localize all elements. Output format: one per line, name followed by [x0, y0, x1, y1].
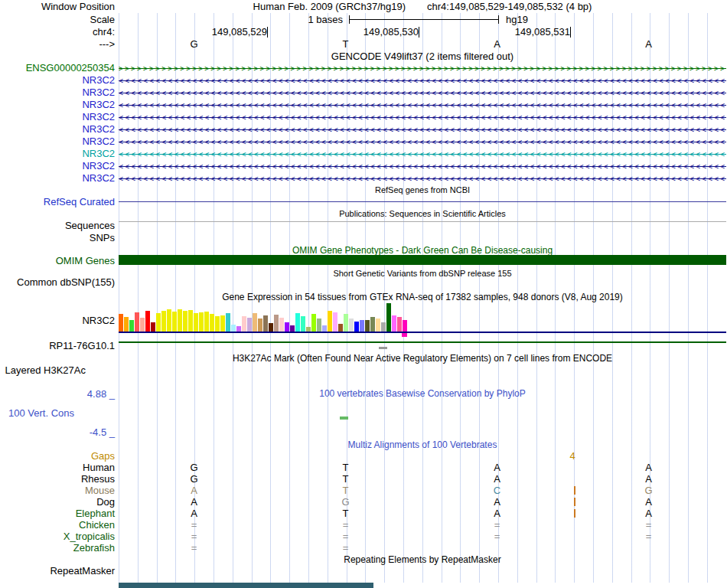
snps-label[interactable]: SNPs: [0, 232, 115, 243]
gtex-bar[interactable]: [135, 312, 139, 332]
transcript-label[interactable]: NR3C2: [0, 111, 115, 122]
gtex-bar[interactable]: [242, 316, 246, 332]
gene-label-ensg[interactable]: ENSG00000250354: [0, 62, 115, 74]
gtex-bar[interactable]: [215, 316, 220, 332]
gtex-bar[interactable]: [317, 318, 321, 332]
alignment-row-zebrafish[interactable]: ==: [119, 542, 726, 554]
gtex-bar[interactable]: [188, 310, 193, 332]
alignment-row-chicken[interactable]: ====: [119, 519, 726, 531]
gene-row-ensg[interactable]: >>>>>>>>>>>>>>>>>>>>>>>>>>>>>>>>>>>>>>>>…: [119, 62, 726, 74]
gtex-bar[interactable]: [140, 318, 145, 332]
gtex-bar[interactable]: [354, 322, 359, 332]
species-label-dog[interactable]: Dog: [0, 496, 115, 508]
gtex-bar[interactable]: [274, 315, 279, 332]
gtex-bar[interactable]: [397, 317, 402, 332]
gtex-bar[interactable]: [301, 316, 305, 332]
gtex-bar[interactable]: [311, 314, 316, 332]
repeat-element-bar[interactable]: [119, 583, 373, 588]
gtex-bar[interactable]: [178, 309, 182, 332]
transcript-label[interactable]: NR3C2: [0, 87, 115, 98]
transcript-row[interactable]: <<<<<<<<<<<<<<<<<<<<<<<<<<<<<<<<<<<<<<<<…: [119, 74, 726, 87]
gtex-bar[interactable]: [386, 303, 391, 332]
gtex-bar[interactable]: [269, 323, 273, 332]
species-label-elephant[interactable]: Elephant: [0, 508, 115, 519]
transcript-row[interactable]: <<<<<<<<<<<<<<<<<<<<<<<<<<<<<<<<<<<<<<<<…: [119, 172, 726, 185]
gtex-bar[interactable]: [151, 322, 155, 332]
transcript-label[interactable]: NR3C2: [0, 99, 115, 110]
transcript-row[interactable]: <<<<<<<<<<<<<<<<<<<<<<<<<<<<<<<<<<<<<<<<…: [119, 136, 726, 148]
sequences-label[interactable]: Sequences: [0, 220, 115, 231]
omim-gene-bar[interactable]: [119, 255, 726, 265]
gtex-bar[interactable]: [338, 324, 343, 332]
transcript-label[interactable]: NR3C2: [0, 123, 115, 135]
alignment-row-x_tropicalis[interactable]: ====: [119, 531, 726, 542]
transcript-row[interactable]: <<<<<<<<<<<<<<<<<<<<<<<<<<<<<<<<<<<<<<<<…: [119, 99, 726, 111]
refseq-curated-label[interactable]: RefSeq Curated: [0, 196, 115, 207]
alignment-row-dog[interactable]: AGAA: [119, 496, 726, 508]
gtex-bar[interactable]: [258, 318, 262, 332]
gtex-bar[interactable]: [370, 317, 375, 332]
gtex-bar[interactable]: [172, 312, 177, 332]
gtex-expression-bars[interactable]: [119, 302, 726, 332]
sequence-track[interactable]: G T A A: [119, 38, 726, 50]
gtex-bar[interactable]: [199, 312, 204, 332]
gtex-bar[interactable]: [295, 313, 300, 332]
gtex-bar[interactable]: [253, 313, 257, 332]
repeatmasker-label[interactable]: RepeatMasker: [0, 565, 115, 577]
alignment-row-rhesus[interactable]: GTAA: [119, 473, 726, 485]
species-label-mouse[interactable]: Mouse: [0, 485, 115, 496]
gtex-bar[interactable]: [231, 325, 236, 332]
gtex-bar[interactable]: [392, 315, 396, 332]
gtex-bar[interactable]: [376, 318, 380, 332]
transcript-label[interactable]: NR3C2: [0, 74, 115, 86]
gtex-bar[interactable]: [129, 320, 134, 332]
gtex-bar[interactable]: [236, 326, 241, 332]
conservation-track-label[interactable]: 100 Vert. Cons: [0, 407, 74, 419]
gtex-bar[interactable]: [210, 314, 214, 332]
refseq-gene-line[interactable]: [119, 201, 726, 202]
transcript-label[interactable]: NR3C2: [0, 160, 115, 172]
transcript-row[interactable]: <<<<<<<<<<<<<<<<<<<<<<<<<<<<<<<<<<<<<<<<…: [119, 111, 726, 123]
gtex-gene-label[interactable]: NR3C2: [0, 315, 115, 326]
alignment-row-mouse[interactable]: ATCG: [119, 485, 726, 496]
gtex-bar[interactable]: [349, 318, 354, 332]
species-label-x_tropicalis[interactable]: X_tropicalis: [0, 531, 115, 542]
gtex-bar[interactable]: [124, 317, 129, 332]
gtex-bar[interactable]: [145, 311, 150, 332]
transcript-row[interactable]: <<<<<<<<<<<<<<<<<<<<<<<<<<<<<<<<<<<<<<<<…: [119, 123, 726, 136]
species-label-chicken[interactable]: Chicken: [0, 519, 115, 531]
gaps-label[interactable]: Gaps: [0, 450, 115, 462]
gtex-bar[interactable]: [220, 315, 225, 332]
gtex-bar[interactable]: [360, 320, 364, 332]
omim-genes-label[interactable]: OMIM Genes: [0, 255, 115, 266]
rp11-gene-line[interactable]: [119, 341, 726, 343]
gtex-bar[interactable]: [247, 318, 252, 332]
gtex-bar[interactable]: [344, 314, 348, 332]
common-dbsnp-label[interactable]: Common dbSNP(155): [0, 276, 115, 288]
gtex-bar[interactable]: [333, 312, 337, 332]
species-label-zebrafish[interactable]: Zebrafish: [0, 542, 115, 554]
transcript-row[interactable]: <<<<<<<<<<<<<<<<<<<<<<<<<<<<<<<<<<<<<<<<…: [119, 148, 726, 160]
gtex-bar[interactable]: [156, 313, 161, 332]
alignment-row-elephant[interactable]: ATAA: [119, 508, 726, 519]
rp11-gene-label[interactable]: RP11-76G10.1: [0, 340, 115, 351]
gtex-bar[interactable]: [161, 311, 166, 332]
gtex-bar[interactable]: [381, 322, 386, 332]
transcript-row[interactable]: <<<<<<<<<<<<<<<<<<<<<<<<<<<<<<<<<<<<<<<<…: [119, 160, 726, 172]
gtex-bar[interactable]: [285, 322, 289, 332]
gtex-bar[interactable]: [365, 320, 370, 332]
gtex-bar[interactable]: [322, 325, 327, 332]
transcript-label[interactable]: NR3C2: [0, 136, 115, 147]
gtex-bar[interactable]: [403, 320, 407, 332]
species-label-rhesus[interactable]: Rhesus: [0, 473, 115, 485]
gtex-bar[interactable]: [279, 318, 284, 332]
gtex-bar[interactable]: [263, 315, 268, 332]
gtex-bar[interactable]: [194, 313, 198, 332]
gtex-bar[interactable]: [328, 311, 332, 332]
gtex-bar[interactable]: [119, 314, 123, 332]
gtex-bar[interactable]: [183, 311, 187, 332]
gtex-bar[interactable]: [167, 309, 171, 332]
transcript-label[interactable]: NR3C2: [0, 172, 115, 184]
gtex-bar[interactable]: [226, 313, 230, 332]
gtex-bar[interactable]: [204, 312, 209, 332]
